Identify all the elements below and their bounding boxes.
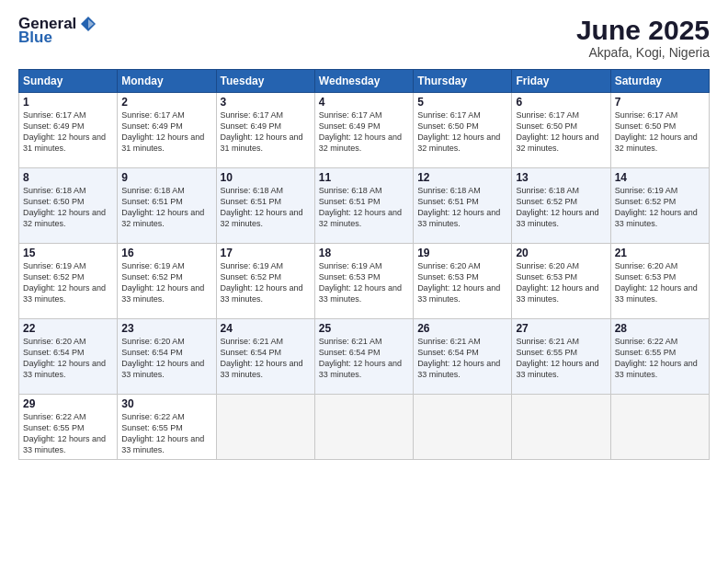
- table-row: 24 Sunrise: 6:21 AMSunset: 6:54 PMDaylig…: [216, 319, 314, 395]
- empty-cell: [414, 395, 512, 460]
- empty-cell: [216, 395, 314, 460]
- table-row: 26 Sunrise: 6:21 AMSunset: 6:54 PMDaylig…: [414, 319, 512, 395]
- logo: General Blue: [18, 15, 97, 47]
- table-row: 19 Sunrise: 6:20 AMSunset: 6:53 PMDaylig…: [414, 244, 512, 319]
- empty-cell: [512, 395, 610, 460]
- table-row: 28 Sunrise: 6:22 AMSunset: 6:55 PMDaylig…: [610, 319, 709, 395]
- table-row: 21 Sunrise: 6:20 AMSunset: 6:53 PMDaylig…: [610, 244, 709, 319]
- empty-cell: [610, 395, 709, 460]
- table-row: 18 Sunrise: 6:19 AMSunset: 6:53 PMDaylig…: [314, 244, 413, 319]
- table-row: 2 Sunrise: 6:17 AMSunset: 6:49 PMDayligh…: [118, 93, 216, 168]
- table-row: 14 Sunrise: 6:19 AMSunset: 6:52 PMDaylig…: [610, 168, 709, 244]
- page: General Blue June 2025 Akpafa, Kogi, Nig…: [0, 0, 728, 563]
- col-thursday: Thursday: [414, 70, 512, 93]
- table-row: 15 Sunrise: 6:19 AMSunset: 6:52 PMDaylig…: [19, 244, 118, 319]
- title-section: June 2025 Akpafa, Kogi, Nigeria: [576, 15, 710, 60]
- table-row: 25 Sunrise: 6:21 AMSunset: 6:54 PMDaylig…: [314, 319, 413, 395]
- table-row: 8 Sunrise: 6:18 AMSunset: 6:50 PMDayligh…: [19, 168, 118, 244]
- table-row: 20 Sunrise: 6:20 AMSunset: 6:53 PMDaylig…: [512, 244, 610, 319]
- week-row: 15 Sunrise: 6:19 AMSunset: 6:52 PMDaylig…: [19, 244, 710, 319]
- table-row: 13 Sunrise: 6:18 AMSunset: 6:52 PMDaylig…: [512, 168, 610, 244]
- table-row: 9 Sunrise: 6:18 AMSunset: 6:51 PMDayligh…: [118, 168, 216, 244]
- col-wednesday: Wednesday: [314, 70, 413, 93]
- table-row: 27 Sunrise: 6:21 AMSunset: 6:55 PMDaylig…: [512, 319, 610, 395]
- calendar-table: Sunday Monday Tuesday Wednesday Thursday…: [18, 69, 710, 460]
- table-row: 17 Sunrise: 6:19 AMSunset: 6:52 PMDaylig…: [216, 244, 314, 319]
- logo-blue: Blue: [18, 29, 52, 47]
- table-row: 11 Sunrise: 6:18 AMSunset: 6:51 PMDaylig…: [314, 168, 413, 244]
- table-row: 16 Sunrise: 6:19 AMSunset: 6:52 PMDaylig…: [118, 244, 216, 319]
- week-row: 8 Sunrise: 6:18 AMSunset: 6:50 PMDayligh…: [19, 168, 710, 244]
- table-row: 29 Sunrise: 6:22 AMSunset: 6:55 PMDaylig…: [19, 395, 118, 460]
- table-row: 3 Sunrise: 6:17 AMSunset: 6:49 PMDayligh…: [216, 93, 314, 168]
- table-row: 12 Sunrise: 6:18 AMSunset: 6:51 PMDaylig…: [414, 168, 512, 244]
- calendar-subtitle: Akpafa, Kogi, Nigeria: [576, 45, 710, 60]
- col-friday: Friday: [512, 70, 610, 93]
- table-row: 1 Sunrise: 6:17 AMSunset: 6:49 PMDayligh…: [19, 93, 118, 168]
- week-row: 29 Sunrise: 6:22 AMSunset: 6:55 PMDaylig…: [19, 395, 710, 460]
- table-row: 23 Sunrise: 6:20 AMSunset: 6:54 PMDaylig…: [118, 319, 216, 395]
- table-row: 5 Sunrise: 6:17 AMSunset: 6:50 PMDayligh…: [414, 93, 512, 168]
- table-row: 10 Sunrise: 6:18 AMSunset: 6:51 PMDaylig…: [216, 168, 314, 244]
- header-row: Sunday Monday Tuesday Wednesday Thursday…: [19, 70, 710, 93]
- table-row: 22 Sunrise: 6:20 AMSunset: 6:54 PMDaylig…: [19, 319, 118, 395]
- table-row: 6 Sunrise: 6:17 AMSunset: 6:50 PMDayligh…: [512, 93, 610, 168]
- col-saturday: Saturday: [610, 70, 709, 93]
- col-tuesday: Tuesday: [216, 70, 314, 93]
- col-sunday: Sunday: [19, 70, 118, 93]
- table-row: 7 Sunrise: 6:17 AMSunset: 6:50 PMDayligh…: [610, 93, 709, 168]
- week-row: 22 Sunrise: 6:20 AMSunset: 6:54 PMDaylig…: [19, 319, 710, 395]
- col-monday: Monday: [118, 70, 216, 93]
- calendar-title: June 2025: [576, 15, 710, 45]
- logo-icon: [79, 15, 97, 33]
- week-row: 1 Sunrise: 6:17 AMSunset: 6:49 PMDayligh…: [19, 93, 710, 168]
- table-row: 4 Sunrise: 6:17 AMSunset: 6:49 PMDayligh…: [314, 93, 413, 168]
- header: General Blue June 2025 Akpafa, Kogi, Nig…: [18, 15, 710, 60]
- empty-cell: [314, 395, 413, 460]
- table-row: 30 Sunrise: 6:22 AMSunset: 6:55 PMDaylig…: [118, 395, 216, 460]
